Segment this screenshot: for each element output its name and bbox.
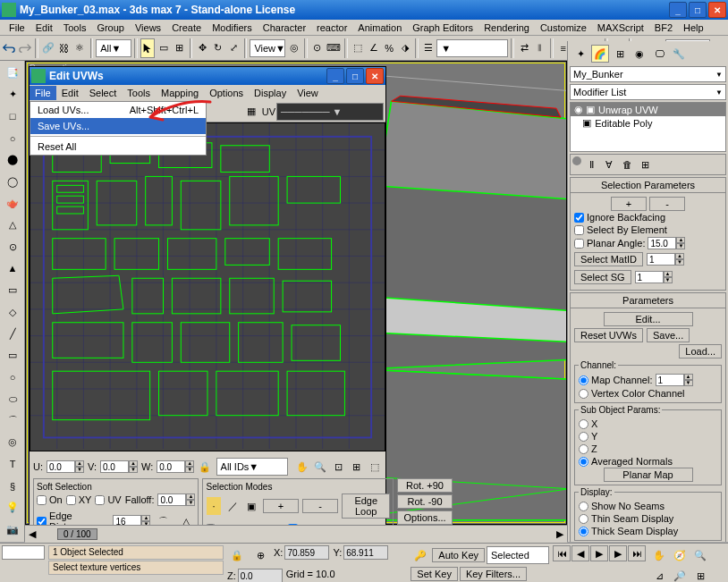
keyfilters-button[interactable]: Key Filters... xyxy=(460,567,527,581)
menu-reactor[interactable]: reactor xyxy=(311,21,352,35)
circle-icon[interactable]: ○ xyxy=(2,367,23,387)
select-sg-button[interactable]: Select SG xyxy=(574,270,631,284)
z-coord-input[interactable] xyxy=(238,569,283,582)
select-by-element-checkbox[interactable] xyxy=(574,225,584,235)
pyramid-icon[interactable]: ▲ xyxy=(2,258,23,279)
load-uvws-button[interactable]: Load... xyxy=(679,344,722,358)
mirror-button[interactable]: ⇄ xyxy=(517,38,532,58)
uvw-zoomregion-button[interactable]: ⊞ xyxy=(349,457,363,477)
timeline-prev-button[interactable]: ◀ xyxy=(25,527,39,542)
selection-filter-dropdown[interactable]: All ▼ xyxy=(96,39,131,57)
uvw-menu-mapping[interactable]: Mapping xyxy=(156,86,204,100)
keyboard-shortcut-button[interactable]: ⌨ xyxy=(326,38,342,58)
menu-save-uvs[interactable]: Save UVs... xyxy=(30,118,206,134)
snap-toggle-button[interactable]: ⬚ xyxy=(351,38,366,58)
menu-reset-all[interactable]: Reset All xyxy=(30,139,206,155)
menu-views[interactable]: Views xyxy=(130,21,166,35)
object-name-field[interactable]: My_Bunker xyxy=(570,66,726,82)
uvw-u-input[interactable] xyxy=(47,460,75,473)
uvw-zoomext-button[interactable]: ⊡ xyxy=(331,457,345,477)
thick-seam-radio[interactable] xyxy=(579,527,588,536)
maximize-button[interactable]: □ xyxy=(689,2,707,18)
uvw-menu-edit[interactable]: Edit xyxy=(56,86,84,100)
pin-stack-icon[interactable] xyxy=(572,156,581,165)
nav-zoomall-button[interactable]: ⊞ xyxy=(690,566,710,582)
z-radio[interactable] xyxy=(579,444,588,454)
nav-fov-button[interactable]: ⊿ xyxy=(649,566,669,582)
softsel-uv-checkbox[interactable] xyxy=(95,495,105,505)
menu-group[interactable]: Group xyxy=(91,21,130,35)
lock-selection-button[interactable]: 🔒 xyxy=(227,545,247,565)
setkey-button[interactable]: Set Key xyxy=(411,567,458,581)
main-menubar[interactable]: File Edit Tools Group Views Create Modif… xyxy=(0,20,728,36)
goto-end-button[interactable]: ⏭ xyxy=(628,545,646,561)
box-icon[interactable]: □ xyxy=(2,106,23,127)
selparams-rollout-header[interactable]: Selection Parameters xyxy=(571,178,725,193)
uvw-close-button[interactable]: ✕ xyxy=(366,68,384,84)
menu-create[interactable]: Create xyxy=(166,21,207,35)
uvw-pan-button[interactable]: ✋ xyxy=(295,457,309,477)
softsel-on-checkbox[interactable] xyxy=(37,495,47,505)
menu-load-uvs[interactable]: Load UVs...Alt+Shift+Ctrl+L xyxy=(30,102,206,118)
shapes-icon[interactable]: ◇ xyxy=(2,301,23,322)
move-button[interactable]: ✥ xyxy=(195,38,210,58)
select-matid-button[interactable]: Select MatID xyxy=(574,252,643,266)
abs-rel-button[interactable]: ⊕ xyxy=(250,545,270,565)
vertex-color-radio[interactable] xyxy=(579,389,588,399)
plane-icon[interactable]: ▭ xyxy=(2,280,23,300)
menu-animation[interactable]: Animation xyxy=(352,21,407,35)
rect-icon[interactable]: ▭ xyxy=(2,345,23,366)
planar-angle-input[interactable] xyxy=(648,237,676,249)
modifier-stack[interactable]: ◉ ▣ Unwrap UVW ▣ Editable Poly xyxy=(570,102,726,152)
x-coord-input[interactable] xyxy=(284,545,329,560)
tab-panel-button[interactable]: 📑 xyxy=(2,63,23,83)
unlink-button[interactable]: ⛓ xyxy=(56,38,72,58)
ellipse-icon[interactable]: ⬭ xyxy=(2,389,23,409)
select-window-button[interactable]: ⊞ xyxy=(172,38,187,58)
menu-help[interactable]: Help xyxy=(678,21,709,35)
select-button[interactable] xyxy=(140,38,156,58)
select-manipulate-button[interactable]: ⊙ xyxy=(310,38,326,58)
reset-uvws-button[interactable]: Reset UVWs xyxy=(574,328,643,342)
camera-icon[interactable]: 📷 xyxy=(2,519,23,540)
map-channel-input[interactable] xyxy=(656,374,684,386)
planar-angle-checkbox[interactable] xyxy=(574,239,584,249)
play-button[interactable]: ▶ xyxy=(590,545,608,561)
uvw-maximize-button[interactable]: □ xyxy=(346,68,364,84)
next-frame-button[interactable]: ▶ xyxy=(609,545,627,561)
menu-rendering[interactable]: Rendering xyxy=(478,21,535,35)
map-channel-radio[interactable] xyxy=(579,375,588,385)
menu-grapheditors[interactable]: Graph Editors xyxy=(407,21,478,35)
edge-mode-button[interactable]: ／ xyxy=(225,496,241,516)
named-selection-dropdown[interactable]: ▼ xyxy=(436,39,508,57)
sphere-icon[interactable]: ○ xyxy=(2,128,23,148)
angle-snap-button[interactable]: ∠ xyxy=(366,38,381,58)
timeline-next-button[interactable]: ▶ xyxy=(553,527,567,542)
matid-input[interactable] xyxy=(647,253,675,266)
helix-icon[interactable]: § xyxy=(2,476,23,496)
nav-pan-button[interactable]: ✋ xyxy=(649,545,669,565)
mod-editable-poly[interactable]: ▣ Editable Poly xyxy=(571,116,725,130)
nav-zoom-button[interactable]: 🔎 xyxy=(670,566,690,582)
falloff-input[interactable] xyxy=(157,493,186,506)
bind-button[interactable]: ⚛ xyxy=(72,38,88,58)
uvw-menu-select[interactable]: Select xyxy=(84,86,123,100)
softsel-xy-checkbox[interactable] xyxy=(66,495,76,505)
vert-mode-button[interactable]: · xyxy=(206,496,221,516)
tube-icon[interactable]: ⊙ xyxy=(2,237,23,257)
uvw-v-input[interactable] xyxy=(100,460,129,473)
goto-start-button[interactable]: ⏮ xyxy=(553,545,571,561)
menu-bf2[interactable]: BF2 xyxy=(649,21,678,35)
create-tab-icon[interactable]: ✦ xyxy=(2,84,23,105)
modifier-list-dropdown[interactable]: Modifier List xyxy=(570,84,726,100)
x-radio[interactable] xyxy=(579,419,588,429)
rotate-button[interactable]: ↻ xyxy=(211,38,226,58)
menu-tools[interactable]: Tools xyxy=(58,21,92,35)
named-sel-button[interactable]: ☰ xyxy=(421,38,436,58)
uvw-menu-options[interactable]: Options xyxy=(204,86,249,100)
selmode-plus-button[interactable]: + xyxy=(263,499,299,513)
spinner-snap-button[interactable]: ⬗ xyxy=(398,38,413,58)
close-button[interactable]: ✕ xyxy=(708,2,726,18)
uvw-menu-view[interactable]: View xyxy=(292,86,324,100)
nav-arc-button[interactable]: 🧭 xyxy=(670,545,690,565)
